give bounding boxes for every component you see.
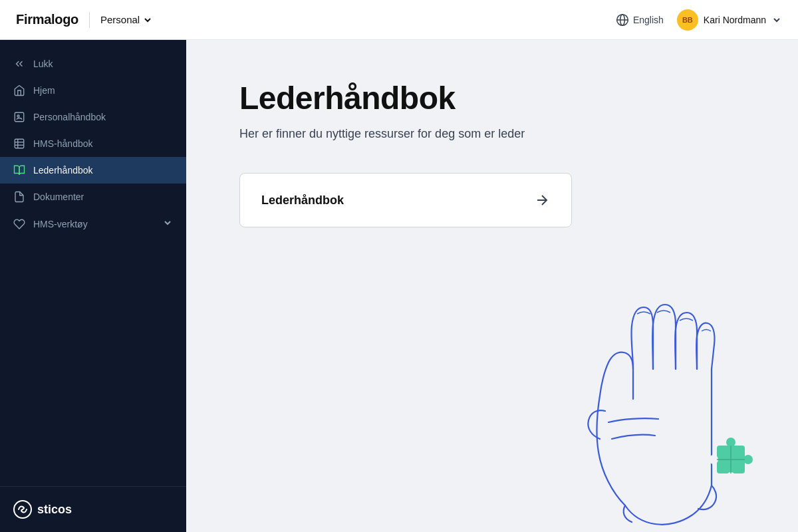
sidebar-nav: Lukk Hjem Personalhåndbok <box>0 40 186 486</box>
sidebar-item-hms-handbok[interactable]: HMS-håndbok <box>0 130 186 157</box>
sidebar-item-hms-handbok-label: HMS-håndbok <box>33 138 93 149</box>
home-icon <box>13 84 25 96</box>
svg-point-12 <box>743 455 753 464</box>
sidebar-item-dokumenter[interactable]: Dokumenter <box>0 184 186 210</box>
sticos-logo: sticos <box>13 500 173 519</box>
workspace-selector[interactable]: Personal <box>100 14 153 25</box>
workspace-chevron-icon <box>142 15 153 25</box>
user-book-icon <box>13 111 25 123</box>
book-open-icon <box>13 164 25 176</box>
file-icon <box>13 191 25 203</box>
sidebar-item-hjem-label: Hjem <box>33 85 55 96</box>
header-divider <box>89 12 90 28</box>
layout: Lukk Hjem Personalhåndbok <box>0 40 798 532</box>
sidebar: Lukk Hjem Personalhåndbok <box>0 40 186 532</box>
heart-icon <box>13 218 25 230</box>
header-left: Firmalogo Personal <box>16 12 153 28</box>
svg-point-11 <box>726 438 735 447</box>
sticos-label: sticos <box>37 503 72 517</box>
sidebar-footer: sticos <box>0 486 186 532</box>
sidebar-item-hms-verktoy-label: HMS-verktøy <box>33 219 88 229</box>
sticos-brand-icon <box>13 500 32 519</box>
header-right: English BB Kari Nordmann <box>616 9 782 31</box>
sidebar-item-personalhandbok-label: Personalhåndbok <box>33 112 106 122</box>
language-label: English <box>633 15 664 25</box>
card-label: Lederhåndbok <box>261 194 344 207</box>
sidebar-item-lukk[interactable]: Lukk <box>0 51 186 77</box>
sidebar-item-lederhandbok-label: Lederhåndbok <box>33 165 93 176</box>
logo: Firmalogo <box>16 12 78 27</box>
avatar: BB <box>677 9 698 31</box>
page-subtitle: Her er finner du nyttige ressurser for d… <box>239 127 745 141</box>
grid-book-icon <box>13 138 25 150</box>
hand-illustration <box>545 253 771 532</box>
header: Firmalogo Personal English BB Kari Nordm… <box>0 0 798 40</box>
sidebar-item-personalhandbok[interactable]: Personalhåndbok <box>0 104 186 130</box>
globe-icon <box>616 13 629 27</box>
main-content: Lederhåndbok Her er finner du nyttige re… <box>186 40 798 532</box>
user-chevron-icon <box>771 15 782 25</box>
chevrons-left-icon <box>13 58 25 70</box>
svg-rect-4 <box>15 139 24 148</box>
sidebar-item-hms-verktoy[interactable]: HMS-verktøy <box>0 210 186 237</box>
page-title: Lederhåndbok <box>239 80 745 116</box>
workspace-label: Personal <box>100 14 140 25</box>
language-selector[interactable]: English <box>616 13 664 27</box>
hms-verktoy-chevron-icon <box>162 217 173 230</box>
lederhandbok-card[interactable]: Lederhåndbok <box>239 173 572 227</box>
svg-point-14 <box>726 472 735 481</box>
arrow-right-icon <box>534 192 550 208</box>
user-menu[interactable]: BB Kari Nordmann <box>677 9 782 31</box>
sidebar-item-hjem[interactable]: Hjem <box>0 77 186 104</box>
svg-point-13 <box>709 455 718 464</box>
sidebar-item-lukk-label: Lukk <box>33 59 53 69</box>
sidebar-item-lederhandbok[interactable]: Lederhåndbok <box>0 157 186 184</box>
user-name: Kari Nordmann <box>704 15 766 25</box>
sidebar-item-dokumenter-label: Dokumenter <box>33 192 84 202</box>
